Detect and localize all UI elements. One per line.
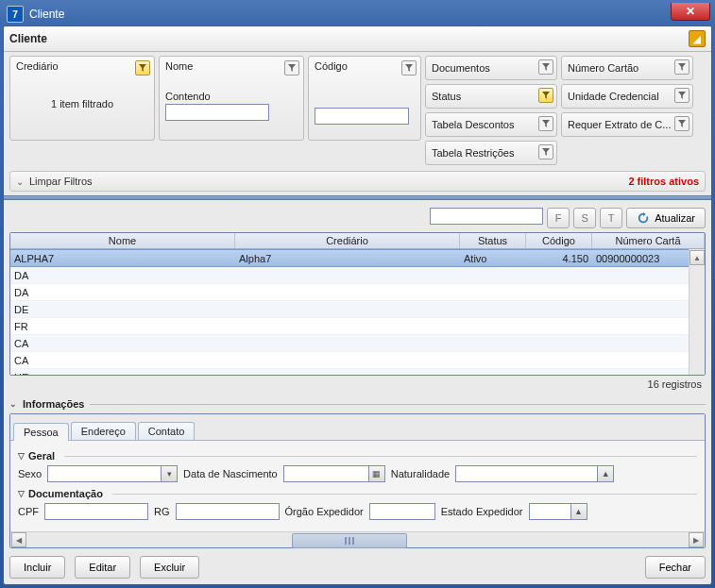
filter-active-icon[interactable] — [538, 88, 553, 103]
orgao-input[interactable] — [369, 503, 435, 520]
table-row[interactable]: DE — [10, 301, 689, 318]
filter-tabela-descontos[interactable]: Tabela Descontos — [425, 112, 557, 137]
filter-crediario[interactable]: Crediário 1 item filtrado — [9, 56, 155, 141]
col-crediario[interactable]: Crediário — [235, 233, 460, 248]
table-cell: DE — [10, 304, 235, 315]
table-row[interactable]: DA — [10, 267, 689, 284]
nat-combo[interactable]: ▲ — [455, 465, 614, 482]
collapse-icon[interactable]: ▽ — [18, 489, 25, 498]
clear-filters-label: Limpar Filtros — [29, 176, 93, 187]
table-row[interactable]: CA — [10, 335, 689, 352]
section-divider — [4, 195, 711, 200]
tab-endereco[interactable]: Endereço — [71, 422, 136, 440]
filter-codigo-input[interactable] — [315, 108, 409, 125]
filter-status[interactable]: Status — [425, 84, 557, 109]
filter-label: Tabela Restrições — [432, 147, 514, 159]
nasc-date[interactable]: ▦ — [283, 465, 385, 482]
page-header: Cliente ◢ — [4, 26, 711, 52]
filter-icon[interactable] — [538, 144, 553, 160]
sexo-combo[interactable]: ▾ — [47, 465, 178, 482]
table-cell: 00900000023 — [592, 253, 689, 264]
filter-unidade-credencial[interactable]: Unidade Credencial — [561, 84, 693, 109]
col-codigo[interactable]: Código — [526, 233, 592, 248]
editar-button[interactable]: Editar — [75, 556, 130, 579]
tab-pessoa[interactable]: Pessoa — [13, 423, 69, 441]
col-cartao[interactable]: Número Cartã — [592, 233, 705, 248]
incluir-button[interactable]: Incluir — [9, 556, 65, 579]
table-cell: ALPHA7 — [10, 253, 235, 264]
record-count: 16 registros — [9, 376, 706, 393]
filter-codigo-label: Código — [315, 60, 415, 72]
filter-icon[interactable] — [674, 59, 689, 75]
refresh-label: Atualizar — [655, 212, 695, 224]
scroll-left-icon[interactable]: ◀ — [11, 532, 26, 547]
table-row[interactable]: CA — [10, 352, 689, 369]
f-button[interactable]: F — [547, 208, 570, 228]
filter-nome: Nome Contendo — [159, 56, 304, 141]
filter-icon[interactable] — [674, 88, 689, 103]
cpf-input[interactable] — [44, 503, 148, 520]
close-icon: ✕ — [686, 5, 695, 18]
estado-input[interactable] — [529, 503, 570, 520]
lookup-icon[interactable]: ▲ — [597, 465, 614, 482]
scroll-up-icon[interactable]: ▲ — [689, 250, 705, 265]
chevron-down-icon: ⌄ — [9, 399, 17, 409]
tab-contato[interactable]: Contato — [138, 422, 196, 440]
col-status[interactable]: Status — [460, 233, 526, 248]
table-cell: Ativo — [460, 253, 526, 264]
table-cell: FR — [10, 321, 235, 332]
search-input[interactable] — [430, 208, 543, 225]
filter-nome-contendo-label: Contendo — [165, 91, 298, 102]
filter-codigo: Código — [308, 56, 421, 141]
table-row[interactable]: HE — [10, 369, 689, 376]
vertical-scrollbar[interactable]: ▲ — [689, 249, 705, 376]
collapse-icon[interactable]: ▽ — [18, 451, 25, 461]
lookup-icon[interactable]: ▲ — [570, 503, 587, 520]
clear-filters-button[interactable]: ⌄ Limpar Filtros — [16, 176, 93, 187]
nasc-input[interactable] — [283, 465, 368, 482]
cpf-label: CPF — [18, 506, 39, 517]
fechar-button[interactable]: Fechar — [645, 556, 706, 579]
filter-icon[interactable] — [284, 60, 299, 76]
filter-requer-extrato-de-c-[interactable]: Requer Extrato de C... — [561, 112, 693, 137]
table-row[interactable]: FR — [10, 318, 689, 335]
filter-label: Tabela Descontos — [432, 119, 514, 130]
filter-nome-input[interactable] — [165, 104, 269, 121]
filter-n-mero-cart-o[interactable]: Número Cartão — [561, 56, 693, 80]
table-row[interactable]: ALPHA7Alpha7Ativo4.15000900000023 — [10, 249, 689, 267]
info-horizontal-scrollbar[interactable]: ◀ ▶ — [10, 531, 705, 547]
estado-combo[interactable]: ▲ — [529, 503, 587, 520]
filter-icon[interactable] — [538, 116, 553, 131]
rg-input[interactable] — [176, 503, 280, 520]
sexo-input[interactable] — [47, 465, 161, 482]
filter-icon[interactable] — [401, 60, 417, 76]
collapse-icon[interactable]: ◢ — [689, 30, 706, 47]
filter-tabela-restri-es[interactable]: Tabela Restrições — [425, 141, 557, 165]
nasc-label: Data de Nascimento — [183, 468, 278, 479]
filter-crediario-label: Crediário — [16, 60, 148, 72]
nat-input[interactable] — [455, 465, 597, 482]
group-doc-title: Documentação — [28, 488, 103, 499]
scroll-right-icon[interactable]: ▶ — [689, 532, 704, 547]
results-table: Nome Crediário Status Código Número Cart… — [9, 232, 706, 376]
filter-documentos[interactable]: Documentos — [425, 56, 557, 80]
filter-icon[interactable] — [538, 59, 553, 75]
t-button[interactable]: T — [600, 208, 622, 228]
filter-icon[interactable] — [674, 116, 689, 131]
window-close-button[interactable]: ✕ — [671, 3, 710, 21]
group-geral-title: Geral — [28, 450, 55, 462]
active-filters-count: 2 filtros ativos — [628, 176, 699, 187]
refresh-button[interactable]: Atualizar — [626, 208, 706, 228]
s-button[interactable]: S — [573, 208, 596, 228]
app-icon: 7 — [7, 6, 24, 23]
col-nome[interactable]: Nome — [10, 233, 235, 248]
excluir-button[interactable]: Excluir — [140, 556, 199, 579]
dropdown-icon[interactable]: ▾ — [161, 465, 178, 482]
window-titlebar: 7 Cliente ✕ — [3, 3, 712, 25]
table-row[interactable]: DA — [10, 284, 689, 301]
calendar-icon[interactable]: ▦ — [368, 465, 385, 482]
scroll-thumb[interactable] — [292, 533, 407, 548]
chevron-down-icon: ⌄ — [16, 176, 24, 187]
filter-active-icon[interactable] — [135, 60, 150, 76]
table-cell: 4.150 — [526, 253, 592, 264]
